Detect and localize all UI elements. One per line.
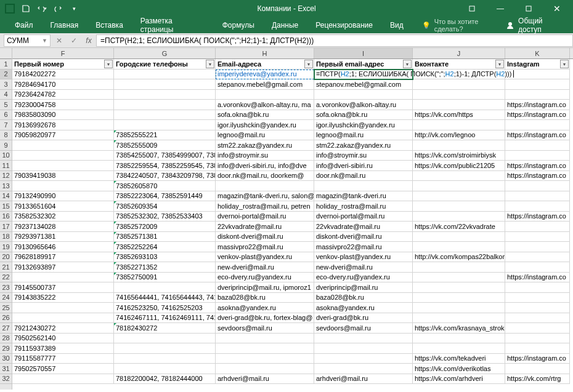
row-header[interactable]: 30 [0,354,12,364]
cell[interactable]: https://vk.com/dverikotlas [413,364,505,374]
row-header[interactable]: 32 [0,374,12,385]
cell[interactable]: https://instagram.co [505,171,570,182]
cell[interactable]: baza028@bk.ru [314,293,413,303]
cell[interactable] [505,232,570,242]
cell[interactable]: 79230004758 [12,100,114,110]
cell[interactable]: sevdoors@mail.ru [216,323,314,334]
cell[interactable]: new-dveri@mail.ru [314,262,413,273]
cell[interactable] [114,90,216,100]
row-header[interactable]: 14 [0,191,12,202]
cell[interactable] [114,120,216,130]
column-title[interactable]: Email-адреса▼ [216,59,314,70]
col-header-j[interactable]: J [413,48,505,58]
cell[interactable]: https://vk.com/tekadveri [413,354,505,364]
filter-dropdown-icon[interactable]: ▼ [403,60,412,68]
cell[interactable] [505,242,570,252]
cell[interactable] [216,90,314,100]
cell[interactable] [413,171,505,182]
cell[interactable] [505,151,570,161]
name-box[interactable]: СУММ ▼ [4,34,51,47]
chevron-down-icon[interactable]: ▼ [42,38,47,44]
cell[interactable] [505,343,570,354]
cell[interactable]: baza028@bk.ru [216,293,314,303]
cell[interactable] [505,120,570,130]
cell[interactable] [413,120,505,130]
cell[interactable]: 79143835222 [12,293,114,303]
cell[interactable]: asokna@yandex.ru [314,303,413,313]
cell[interactable] [413,232,505,242]
cell[interactable]: 79115587777 [12,354,114,364]
row-header[interactable]: 23 [0,282,12,293]
cell[interactable] [413,293,505,303]
row-header[interactable]: 28 [0,334,12,344]
row-header[interactable]: 18 [0,232,12,242]
cell[interactable]: https://instagram.co [505,130,570,141]
cell[interactable] [505,282,570,293]
row-header[interactable]: 12 [0,171,12,182]
tab-data[interactable]: Данные [263,17,307,33]
cell[interactable]: 73852532302, 73852533403 [114,212,216,222]
save-icon[interactable] [18,1,33,16]
cell[interactable]: stepanov.mebel@gmail.com [216,79,314,90]
cell[interactable] [413,100,505,110]
cell[interactable]: 73582532302 [12,212,114,222]
row-header[interactable]: 1 [0,59,12,70]
filter-dropdown-icon[interactable]: ▼ [304,60,313,68]
cell[interactable] [216,354,314,364]
cell[interactable] [505,222,570,232]
cell[interactable] [216,181,314,191]
cell[interactable] [413,140,505,151]
cell[interactable] [413,303,505,313]
cell[interactable]: sofa.okna@bk.ru [216,110,314,121]
cell[interactable]: 73852555221 [114,130,216,141]
cell[interactable]: https://vk.com/krasnaya_stroka_arh [413,323,505,334]
cell[interactable] [114,354,216,364]
cell[interactable]: =ПСТР(H2;1; ЕСЛИОШИБКА( ПОИСК(";";H2;1)-… [314,70,413,80]
row-header[interactable]: 19 [0,242,12,252]
row-header[interactable]: 9 [0,140,12,151]
cell[interactable] [12,303,114,313]
cell[interactable] [12,151,114,161]
cell[interactable]: info@dveri-sibiri.ru [314,161,413,171]
cell[interactable] [505,293,570,303]
cell[interactable]: massivpro22@mail.ru [216,242,314,252]
tab-insert[interactable]: Вставка [87,17,132,33]
cell[interactable]: https://instagram.co [505,110,570,121]
cell[interactable]: https://instagram.co [505,100,570,110]
cell[interactable]: 74162523250, 74162525203 [114,303,216,313]
cell[interactable]: 73842240507, 73843209798, 7384 [114,171,216,182]
col-header-k[interactable]: K [505,48,570,58]
row-header[interactable]: 3 [0,79,12,90]
cell[interactable]: https://vk.com/stroimirbiysk [413,151,505,161]
cell[interactable] [114,79,216,90]
col-header-h[interactable]: H [216,48,314,58]
cell[interactable] [413,212,505,222]
cell[interactable]: https://instagram.co [505,161,570,171]
cell[interactable]: 22vkvadrate@mail.ru [216,222,314,232]
select-all-corner[interactable] [0,48,12,59]
cell[interactable]: 79059820977 [12,130,114,141]
cell[interactable]: 73852750091 [114,273,216,283]
cell[interactable] [114,110,216,121]
cell[interactable]: 74165644441, 74165644443, 7416 [114,293,216,303]
cell[interactable]: dveriprincip@mail.ru, ipmoroz1 [216,282,314,293]
cell[interactable]: https://vk.com/rtrg [505,374,570,385]
cell[interactable]: 74162467111, 74162469111, 7416 [114,313,216,324]
cell[interactable]: 73852271352 [114,262,216,273]
enter-formula-button[interactable]: ✓ [67,34,81,47]
cell[interactable]: venkov-plast@yandex.ru [314,252,413,263]
maximize-button[interactable] [515,0,542,17]
cell[interactable]: door.nk@mail.ru [314,171,413,182]
cell[interactable]: 79115937389 [12,343,114,354]
tell-me-search[interactable]: 💡 Что вы хотите сделать? [422,18,506,33]
cell[interactable]: arhdveri@mail.ru [216,374,314,385]
cell[interactable]: dveri-grad@bk.ru [314,313,413,324]
cell[interactable] [12,140,114,151]
cell[interactable] [505,181,570,191]
tab-review[interactable]: Рецензирование [307,17,381,33]
cell[interactable]: 79293971381 [12,232,114,242]
cell[interactable]: 79284694170 [12,79,114,90]
column-title[interactable]: Городские телефоны▼ [114,59,216,70]
row-header[interactable]: 13 [0,181,12,191]
cell[interactable]: 73852555009 [114,140,216,151]
